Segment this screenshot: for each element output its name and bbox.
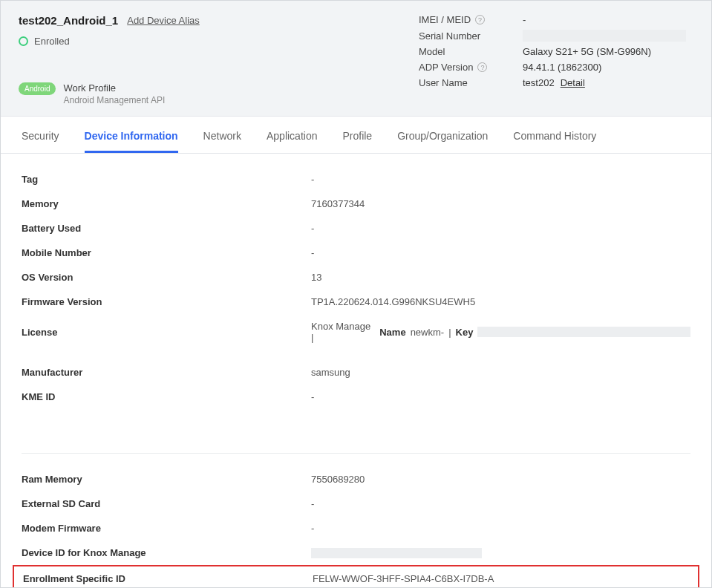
row-modem-firmware: Modem Firmware- xyxy=(22,516,690,540)
row-mobile-number: Mobile Number- xyxy=(22,241,690,265)
row-license: License Knox Manage | Name newkm- | Key xyxy=(22,314,690,350)
tab-profile[interactable]: Profile xyxy=(342,130,372,153)
row-memory: Memory7160377344 xyxy=(22,192,690,216)
row-enrollment-specific-id: Enrollment Specific ID FELW-WWOF-3HFF-SP… xyxy=(13,565,699,588)
model-value: Galaxy S21+ 5G (SM-G996N) xyxy=(523,46,693,57)
device-title: test202_Android_1 xyxy=(19,14,118,27)
device-info-section-2: Ram Memory7550689280 External SD Card- M… xyxy=(1,454,711,588)
row-external-sd: External SD Card- xyxy=(22,491,690,516)
profile-main: Work Profile xyxy=(63,82,165,94)
tab-application[interactable]: Application xyxy=(267,130,318,153)
device-info-section: Tag- Memory7160377344 Battery Used- Mobi… xyxy=(1,154,711,409)
license-value: Knox Manage | Name newkm- | Key xyxy=(311,321,690,343)
serial-label: Serial Number xyxy=(419,30,523,42)
profile-texts: Work Profile Android Management API xyxy=(63,82,165,105)
user-detail-link[interactable]: Detail xyxy=(561,77,585,88)
add-alias-link[interactable]: Add Device Alias xyxy=(127,15,200,26)
prop-user: User Name test202 Detail xyxy=(419,77,693,88)
model-label: Model xyxy=(419,46,523,57)
profile-sub: Android Management API xyxy=(63,95,165,105)
adp-value: 94.41.1 (1862300) xyxy=(523,62,693,73)
row-firmware: Firmware VersionTP1A.220624.014.G996NKSU… xyxy=(22,290,690,314)
android-badge: Android xyxy=(19,82,56,95)
imei-value: - xyxy=(523,14,693,25)
device-header: test202_Android_1 Add Device Alias Enrol… xyxy=(1,1,711,117)
header-left: test202_Android_1 Add Device Alias Enrol… xyxy=(19,14,200,105)
masked-serial xyxy=(523,30,686,42)
user-label: User Name xyxy=(419,77,523,88)
serial-value xyxy=(523,30,693,42)
prop-imei: IMEI / MEID ? - xyxy=(419,14,693,25)
row-ram-memory: Ram Memory7550689280 xyxy=(22,467,690,491)
prop-serial: Serial Number xyxy=(419,30,693,42)
tab-group-organization[interactable]: Group/Organization xyxy=(397,130,488,153)
row-kme-id: KME ID- xyxy=(22,385,690,409)
imei-label: IMEI / MEID ? xyxy=(419,14,523,25)
prop-adp: ADP Version ? 94.41.1 (1862300) xyxy=(419,62,693,73)
profile-block: Android Work Profile Android Management … xyxy=(19,82,200,105)
header-right: IMEI / MEID ? - Serial Number Model Gala… xyxy=(419,14,693,105)
status-circle-icon xyxy=(19,36,28,46)
enrollment-status: Enrolled xyxy=(19,36,200,47)
section-divider xyxy=(22,409,690,454)
tab-network[interactable]: Network xyxy=(203,130,241,153)
help-icon[interactable]: ? xyxy=(475,15,485,24)
row-os-version: OS Version13 xyxy=(22,265,690,290)
help-icon[interactable]: ? xyxy=(477,62,487,72)
row-battery: Battery Used- xyxy=(22,216,690,241)
row-manufacturer: Manufacturersamsung xyxy=(22,360,690,385)
tab-bar: Security Device Information Network Appl… xyxy=(1,117,711,154)
title-row: test202_Android_1 Add Device Alias xyxy=(19,14,200,27)
user-value: test202 Detail xyxy=(523,77,693,88)
row-tag: Tag- xyxy=(22,167,690,192)
tab-security[interactable]: Security xyxy=(22,130,59,153)
masked-license-key xyxy=(477,327,690,337)
prop-model: Model Galaxy S21+ 5G (SM-G996N) xyxy=(419,46,693,57)
row-device-id-knox: Device ID for Knox Manage xyxy=(22,540,690,565)
status-text: Enrolled xyxy=(34,36,70,47)
masked-device-id xyxy=(311,548,482,558)
adp-label: ADP Version ? xyxy=(419,62,523,73)
tab-device-information[interactable]: Device Information xyxy=(85,130,178,153)
tab-command-history[interactable]: Command History xyxy=(513,130,596,153)
